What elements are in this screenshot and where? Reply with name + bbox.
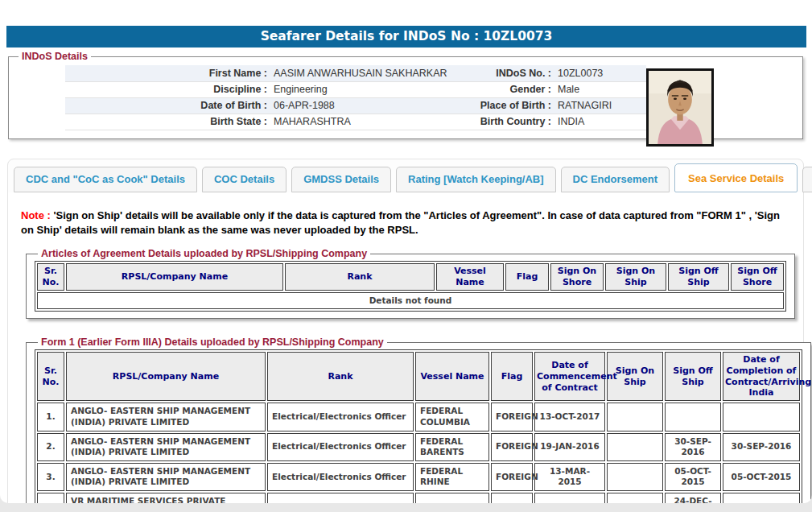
table-cell: FOREIGN xyxy=(491,433,533,461)
form1-section: Form 1 (Earlier Form IIIA) Details uploa… xyxy=(26,337,811,503)
table-cell: 2. xyxy=(37,433,64,461)
field-label: Birth State : xyxy=(65,114,270,130)
tab-gmdss-details[interactable]: GMDSS Details xyxy=(291,167,391,192)
table-cell: 05-OCT-2015 xyxy=(723,463,800,491)
table-cell: 3. xyxy=(37,463,64,491)
table-cell: FEDERAL BARENTS xyxy=(415,433,489,461)
seafarer-photo-image xyxy=(649,71,711,144)
column-header: Sign Off Ship xyxy=(665,352,721,401)
articles-of-agreement-table: Sr. No.RPSL/Company NameRankVessel NameF… xyxy=(35,261,786,312)
field-label: INDoS No. : xyxy=(460,65,554,81)
field-value: 06-APR-1988 xyxy=(270,97,460,114)
table-cell: ANGLO- EASTERN SHIP MANAGEMENT (INDIA) P… xyxy=(66,463,266,491)
tab-training-details[interactable]: Training Details xyxy=(802,167,812,192)
column-header: Date of Completion of Contract/Arriving … xyxy=(723,352,800,401)
tab-cdc-and-coc-as-cook-details[interactable]: CDC and "CoC as Cook" Details xyxy=(14,167,197,192)
seafarer-photo xyxy=(646,68,714,147)
page-title: Seafarer Details for INDoS No : 10ZL0073 xyxy=(6,26,806,47)
table-cell: ID MERMAID xyxy=(415,493,489,503)
indos-detail-row: Birth State :MAHARASHTRABirth Country :I… xyxy=(65,114,646,130)
empty-result-row: Details not found xyxy=(37,292,784,310)
sea-service-tab-content: Note : 'Sign on Ship' details will be av… xyxy=(8,192,803,503)
tab-dc-endorsement[interactable]: DC Endorsement xyxy=(561,167,670,192)
field-value: Male xyxy=(554,81,646,97)
column-header: RPSL/Company Name xyxy=(66,352,266,401)
column-header: Sign On Ship xyxy=(605,263,666,291)
table-cell: 03-FEB-2014 xyxy=(534,493,605,503)
table-cell: FEDERAL COLUMBIA xyxy=(415,403,489,431)
table-cell xyxy=(607,493,663,503)
seafarer-details-page: Seafarer Details for INDoS No : 10ZL0073… xyxy=(0,0,812,503)
column-header: Flag xyxy=(491,352,533,401)
table-cell xyxy=(607,433,663,461)
tab-bar: CDC and "CoC as Cook" DetailsCOC Details… xyxy=(8,159,803,192)
table-row: 3.ANGLO- EASTERN SHIP MANAGEMENT (INDIA)… xyxy=(37,463,800,491)
column-header: Sign Off Ship xyxy=(668,263,729,291)
table-cell: 19-JAN-2016 xyxy=(534,433,605,461)
column-header: Flag xyxy=(505,263,549,291)
column-header: RPSL/Company Name xyxy=(66,263,283,291)
column-header: Sr. No. xyxy=(37,263,64,291)
tab-rating-watch-keeping-ab[interactable]: Rating [Watch Keeping/AB] xyxy=(396,167,556,192)
tab-coc-details[interactable]: COC Details xyxy=(202,167,286,192)
table-cell: Electrical/Electronics Officer xyxy=(267,403,414,431)
indos-details-table: First Name :AASIM ANWARHUSAIN SAKHARKARI… xyxy=(65,65,646,130)
table-cell: FOREIGN xyxy=(491,463,533,491)
field-value: MAHARASHTRA xyxy=(270,114,460,130)
table-cell: 24-DEC-2014 xyxy=(665,493,721,503)
table-cell: Electrical/Electronics Officer xyxy=(267,493,414,503)
field-value: RATNAGIRI xyxy=(554,97,646,114)
table-cell: VR MARITIME SERVICES PRIVATE LIMITED xyxy=(66,493,266,503)
field-value: 10ZL0073 xyxy=(554,65,646,81)
indos-detail-row: Discipline :EngineeringGender :Male xyxy=(65,81,646,97)
table-cell: Electrical/Electronics Officer xyxy=(267,463,414,491)
field-value: Engineering xyxy=(270,81,460,97)
table-cell: 05-OCT-2015 xyxy=(665,463,721,491)
table-cell xyxy=(607,403,663,431)
table-row: 2.ANGLO- EASTERN SHIP MANAGEMENT (INDIA)… xyxy=(37,433,800,461)
table-cell: 13-MAR-2015 xyxy=(534,463,605,491)
field-label: Birth Country : xyxy=(460,114,554,130)
column-header: Rank xyxy=(285,263,435,291)
column-header: Sr. No. xyxy=(37,352,64,401)
indos-detail-row: Date of Birth :06-APR-1988Place of Birth… xyxy=(65,97,646,114)
table-cell: FOREIGN xyxy=(491,493,533,503)
column-header: Vessel Name xyxy=(436,263,504,291)
table-cell: 1. xyxy=(37,403,64,431)
table-cell xyxy=(723,403,800,431)
table-cell: FEDERAL RHINE xyxy=(415,463,489,491)
form1-legend: Form 1 (Earlier Form IIIA) Details uploa… xyxy=(38,337,387,348)
field-label: Gender : xyxy=(460,81,554,97)
table-cell: 30-SEP-2016 xyxy=(665,433,721,461)
table-cell xyxy=(665,403,721,431)
field-label: Place of Birth : xyxy=(460,97,554,114)
indos-details-section: INDoS Details First Name :AASIM ANWARHUS… xyxy=(8,51,803,139)
details-not-found-message: Details not found xyxy=(37,292,784,310)
column-header: Date of Commencement of Contract xyxy=(534,352,605,401)
table-cell: 4. xyxy=(37,493,64,503)
table-cell: ANGLO- EASTERN SHIP MANAGEMENT (INDIA) P… xyxy=(66,433,266,461)
table-row: 1.ANGLO- EASTERN SHIP MANAGEMENT (INDIA)… xyxy=(37,403,800,431)
table-cell: ANGLO- EASTERN SHIP MANAGEMENT (INDIA) P… xyxy=(66,403,266,431)
tab-sea-service-details[interactable]: Sea Service Details xyxy=(674,163,798,192)
field-value: INDIA xyxy=(554,114,646,130)
table-cell: 30-SEP-2016 xyxy=(723,433,800,461)
articles-legend: Articles of Agreement Details uploaded b… xyxy=(38,248,370,259)
indos-details-legend: INDoS Details xyxy=(19,51,91,62)
table-cell: Electrical/Electronics Officer xyxy=(267,433,414,461)
table-header-row: Sr. No.RPSL/Company NameRankVessel NameF… xyxy=(37,352,800,401)
table-cell xyxy=(607,463,663,491)
table-cell: 26-DEC-2014 xyxy=(723,493,800,503)
note: Note : 'Sign on Ship' details will be av… xyxy=(21,209,790,237)
column-header: Rank xyxy=(267,352,414,401)
tabs-panel: CDC and "CoC as Cook" DetailsCOC Details… xyxy=(7,159,804,503)
field-label: Date of Birth : xyxy=(65,97,270,114)
indos-detail-row: First Name :AASIM ANWARHUSAIN SAKHARKARI… xyxy=(65,65,646,81)
note-label: Note : xyxy=(21,209,51,221)
note-text: 'Sign on Ship' details will be available… xyxy=(21,209,780,236)
form1-details-table: Sr. No.RPSL/Company NameRankVessel NameF… xyxy=(35,349,802,503)
table-cell: FOREIGN xyxy=(491,403,533,431)
table-header-row: Sr. No.RPSL/Company NameRankVessel NameF… xyxy=(37,263,784,291)
table-cell: 13-OCT-2017 xyxy=(534,403,605,431)
column-header: Vessel Name xyxy=(415,352,489,401)
